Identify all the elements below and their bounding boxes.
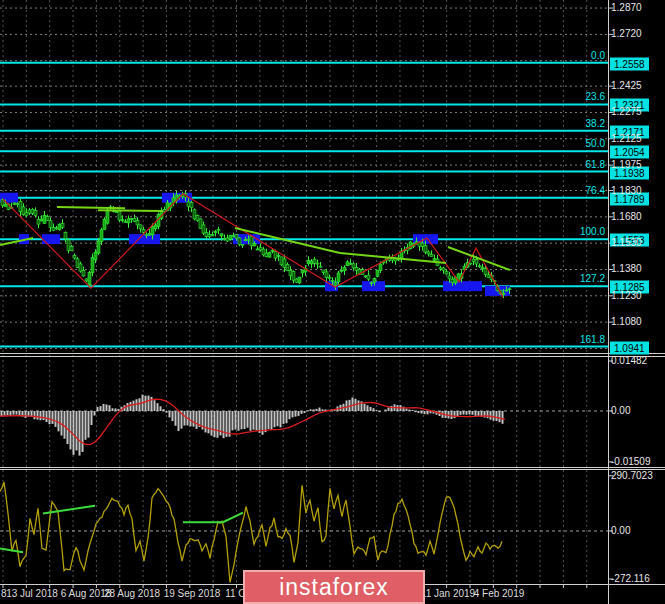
candle-body — [46, 216, 49, 220]
support-resistance-box[interactable] — [42, 234, 60, 244]
candle-body — [124, 222, 127, 223]
candle-body — [133, 218, 136, 221]
candle-body — [298, 277, 301, 283]
candle-body — [139, 225, 142, 229]
support-resistance-box[interactable] — [129, 234, 160, 244]
candle-body — [130, 218, 133, 219]
candle-body — [22, 207, 25, 215]
candle-body — [433, 259, 436, 261]
candle-body — [268, 253, 271, 258]
candle-body — [271, 250, 274, 251]
candle-body — [88, 273, 91, 285]
candle-body — [367, 275, 370, 279]
candle-body — [73, 255, 76, 258]
candle-body — [322, 270, 325, 272]
candle-body — [325, 272, 328, 278]
candle-body — [427, 252, 430, 254]
support-resistance-box[interactable] — [443, 281, 482, 291]
candle-body — [451, 279, 454, 283]
candle-body — [280, 257, 283, 265]
candle-body — [352, 264, 355, 268]
cci-line — [0, 482, 502, 582]
candle-body — [211, 234, 214, 235]
candle-body — [28, 210, 31, 213]
candle-body — [151, 226, 154, 234]
candle-body — [475, 259, 478, 264]
candle-body — [61, 223, 64, 227]
candle-body — [256, 249, 259, 250]
candle-body — [340, 270, 343, 271]
trend-line[interactable] — [98, 210, 163, 211]
candle-body — [439, 268, 442, 269]
candle-body — [364, 276, 367, 277]
candle-body — [226, 238, 229, 241]
candle-body — [265, 253, 268, 257]
candle-body — [481, 267, 484, 269]
candle-body — [337, 273, 340, 282]
candle-body — [223, 238, 226, 239]
candle-body — [349, 263, 352, 264]
candle-body — [346, 262, 349, 266]
candle-body — [19, 201, 22, 211]
candle-body — [97, 241, 100, 253]
candle-body — [202, 225, 205, 233]
candle-body — [508, 289, 511, 290]
candle-body — [502, 293, 505, 295]
candle-body — [76, 259, 79, 268]
candle-body — [217, 229, 220, 230]
candle-body — [319, 266, 322, 267]
trading-chart-window: 0.01.255823.61.232138.21.217150.01.20546… — [0, 0, 665, 604]
trend-line[interactable] — [57, 207, 125, 208]
candle-body — [25, 213, 28, 216]
candle-body — [262, 249, 265, 255]
candle-body — [229, 235, 232, 239]
candle-body — [286, 264, 289, 270]
candle-body — [58, 224, 61, 229]
candle-body — [142, 230, 145, 233]
candle-body — [121, 220, 124, 221]
candle-body — [430, 254, 433, 256]
candle-body — [295, 279, 298, 282]
candle-body — [232, 236, 235, 237]
candle-body — [316, 263, 319, 264]
candle-body — [328, 278, 331, 279]
candle-body — [190, 203, 193, 208]
candle-body — [82, 270, 85, 276]
candle-body — [40, 219, 43, 221]
candle-body — [424, 245, 427, 252]
candle-body — [199, 219, 202, 229]
candle-body — [4, 204, 7, 206]
candle-body — [145, 234, 148, 235]
candle-body — [205, 233, 208, 237]
candle-body — [343, 267, 346, 270]
price-chart-canvas[interactable] — [0, 0, 665, 604]
candle-body — [442, 268, 445, 270]
candle-body — [445, 272, 448, 274]
candle-body — [49, 221, 52, 227]
candle-body — [43, 215, 46, 223]
support-resistance-box[interactable] — [362, 281, 385, 291]
candle-body — [505, 290, 508, 291]
candle-body — [154, 225, 157, 229]
candle-body — [208, 235, 211, 237]
candle-body — [148, 233, 151, 235]
candle-body — [253, 243, 256, 246]
candle-body — [292, 271, 295, 280]
candle-body — [355, 268, 358, 271]
candle-body — [376, 270, 379, 276]
candle-body — [487, 275, 490, 278]
candle-body — [16, 203, 19, 204]
watermark-text: instaforex — [279, 574, 389, 601]
candle-body — [301, 271, 304, 273]
candle-body — [472, 259, 475, 261]
candle-body — [1, 200, 4, 206]
candle-body — [115, 212, 118, 213]
candle-body — [238, 238, 241, 245]
candle-body — [289, 270, 292, 275]
candle-body — [70, 246, 73, 251]
candle-body — [79, 264, 82, 271]
candle-body — [52, 227, 55, 230]
candle-body — [31, 209, 34, 213]
candle-body — [55, 228, 58, 229]
candle-body — [94, 252, 97, 259]
